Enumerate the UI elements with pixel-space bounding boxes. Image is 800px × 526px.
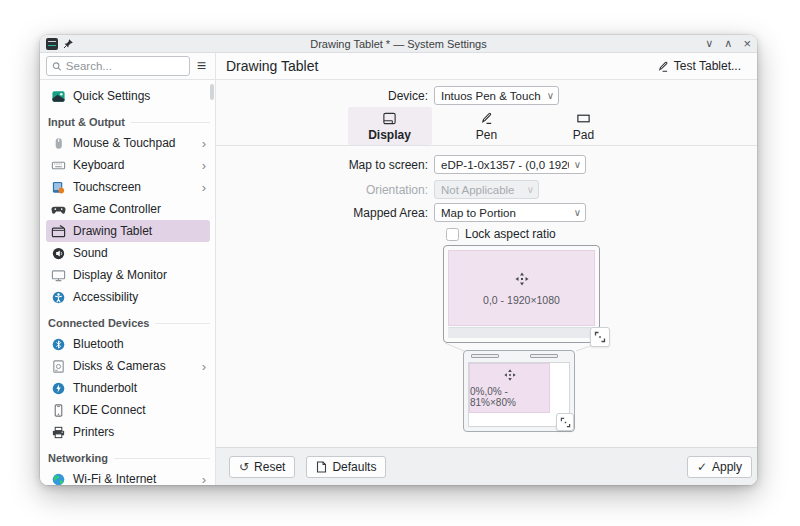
touchscreen-icon (50, 179, 66, 195)
sidebar-item-disks-cameras[interactable]: Disks & Cameras › (46, 355, 210, 377)
move-icon (503, 368, 517, 382)
window-title: Drawing Tablet * — System Settings (40, 38, 757, 50)
sidebar-item-wifi-internet[interactable]: Wi-Fi & Internet › (46, 468, 210, 485)
quick-settings-icon (50, 88, 66, 104)
orientation-label: Orientation: (216, 183, 434, 197)
minimize-button[interactable]: ∨ (705, 38, 713, 49)
tablet-region-caption: 0%,0% - 81%×80% (470, 386, 549, 408)
mapped-area-row: Mapped Area: Map to Portion ∨ (216, 203, 757, 222)
lock-aspect-label: Lock aspect ratio (465, 227, 556, 241)
tab-pen[interactable]: Pen (445, 107, 529, 145)
check-icon: ✓ (697, 461, 707, 473)
tablet-resize-button[interactable] (556, 413, 574, 431)
search-field[interactable] (46, 56, 190, 76)
sidebar-item-mouse-touchpad[interactable]: Mouse & Touchpad › (46, 132, 210, 154)
pin-icon[interactable] (63, 38, 74, 49)
pen-tab-icon (479, 111, 494, 126)
test-tablet-label: Test Tablet... (674, 59, 741, 73)
reset-icon: ↺ (239, 461, 249, 473)
footer-bar: ↺ Reset Defaults ✓ Apply (216, 447, 757, 485)
sidebar-item-display-monitor[interactable]: Display & Monitor (46, 264, 210, 286)
page-title: Drawing Tablet (226, 58, 318, 74)
test-tablet-button[interactable]: Test Tablet... (650, 56, 747, 76)
sidebar-item-bluetooth[interactable]: Bluetooth (46, 333, 210, 355)
chevron-right-icon: › (202, 473, 206, 486)
screen-mapping-preview[interactable]: 0,0 - 1920×1080 (443, 245, 600, 343)
map-to-screen-row: Map to screen: eDP-1-0x1357 - (0,0 1920×… (216, 155, 757, 174)
sound-icon (50, 245, 66, 261)
move-icon (514, 271, 530, 287)
screen-resize-button[interactable] (590, 327, 610, 347)
sidebar-item-touchscreen[interactable]: Touchscreen › (46, 176, 210, 198)
resize-icon (594, 331, 606, 343)
map-to-screen-label: Map to screen: (216, 158, 434, 172)
accessibility-icon (50, 289, 66, 305)
printers-icon (50, 424, 66, 440)
reset-button[interactable]: ↺ Reset (229, 456, 295, 478)
monitor-bezel (448, 327, 595, 338)
kde-connect-icon (50, 402, 66, 418)
device-label: Device: (216, 89, 434, 103)
chevron-down-icon: ∨ (574, 207, 581, 218)
sidebar-item-kde-connect[interactable]: KDE Connect (46, 399, 210, 421)
sidebar-item-accessibility[interactable]: Accessibility (46, 286, 210, 308)
sidebar-item-game-controller[interactable]: Game Controller (46, 198, 210, 220)
search-icon (52, 61, 62, 72)
chevron-right-icon: › (202, 360, 206, 373)
tablet-button-right (530, 354, 558, 358)
sidebar-item-keyboard[interactable]: Keyboard › (46, 154, 210, 176)
drawing-tablet-icon (50, 223, 66, 239)
close-button[interactable]: × (743, 37, 751, 50)
device-row: Device: Intuos Pen & Touch Small ∨ (216, 86, 757, 105)
thunderbolt-icon (50, 380, 66, 396)
desktop: Drawing Tablet * — System Settings ∨ ∧ × (0, 0, 800, 526)
sidebar-item-thunderbolt[interactable]: Thunderbolt (46, 377, 210, 399)
bluetooth-icon (50, 336, 66, 352)
tab-bar: Display Pen Pad (216, 107, 757, 146)
screen-mapped-region[interactable]: 0,0 - 1920×1080 (448, 250, 595, 326)
tablet-button-left (471, 354, 499, 358)
apply-button[interactable]: ✓ Apply (687, 456, 752, 478)
orientation-combobox: Not Applicable ∨ (434, 180, 539, 199)
mapped-area-combobox[interactable]: Map to Portion ∨ (434, 203, 586, 222)
chevron-right-icon: › (202, 159, 206, 172)
tab-pad[interactable]: Pad (542, 107, 626, 145)
device-combobox[interactable]: Intuos Pen & Touch Small ∨ (434, 86, 559, 105)
system-settings-window: Drawing Tablet * — System Settings ∨ ∧ × (40, 35, 757, 485)
tablet-mapped-region[interactable]: 0%,0% - 81%×80% (469, 363, 550, 413)
defaults-icon (316, 461, 327, 473)
hamburger-menu-icon[interactable]: ≡ (190, 58, 210, 74)
tab-display[interactable]: Display (348, 107, 432, 145)
sidebar-section-input-output: Input & Output (46, 112, 210, 132)
display-tab-icon (382, 111, 397, 126)
defaults-button[interactable]: Defaults (306, 456, 386, 478)
sidebar-item-quick-settings[interactable]: Quick Settings (46, 85, 210, 107)
sidebar-scrollbar[interactable] (210, 84, 214, 100)
pen-icon (656, 60, 669, 73)
sidebar-item-printers[interactable]: Printers (46, 421, 210, 443)
sidebar-section-connected-devices: Connected Devices (46, 313, 210, 333)
wifi-icon (50, 471, 66, 485)
lock-aspect-row: Lock aspect ratio (446, 227, 556, 241)
sidebar-section-networking: Networking (46, 448, 210, 468)
keyboard-icon (50, 157, 66, 173)
search-input[interactable] (66, 60, 184, 72)
sidebar: Quick Settings Input & Output Mouse & To… (40, 80, 216, 485)
sidebar-item-drawing-tablet[interactable]: Drawing Tablet (46, 220, 210, 242)
display-monitor-icon (50, 267, 66, 283)
sidebar-item-label: Quick Settings (73, 89, 150, 103)
sidebar-item-sound[interactable]: Sound (46, 242, 210, 264)
titlebar[interactable]: Drawing Tablet * — System Settings ∨ ∧ × (40, 35, 757, 53)
screen-region-caption: 0,0 - 1920×1080 (483, 294, 560, 306)
mapped-area-label: Mapped Area: (216, 206, 434, 220)
mouse-icon (50, 135, 66, 151)
maximize-button[interactable]: ∧ (724, 38, 732, 49)
disks-cameras-icon (50, 358, 66, 374)
map-to-screen-combobox[interactable]: eDP-1-0x1357 - (0,0 1920×1080) ∨ (434, 155, 586, 174)
lock-aspect-checkbox[interactable] (446, 228, 459, 241)
chevron-down-icon: ∨ (527, 184, 534, 195)
tablet-active-area: 0%,0% - 81%×80% (468, 362, 570, 427)
header: ≡ Drawing Tablet Test Tablet... (40, 53, 757, 80)
resize-icon (560, 417, 571, 428)
main-content: Device: Intuos Pen & Touch Small ∨ Displ… (216, 80, 757, 447)
